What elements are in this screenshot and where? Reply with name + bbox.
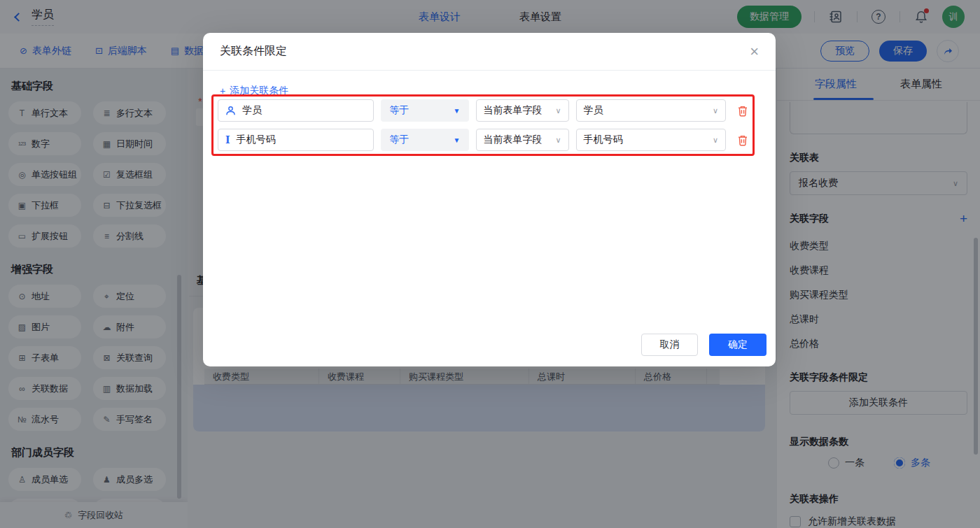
source-select[interactable]: 当前表单字段 ∨	[476, 99, 569, 122]
text-field-icon: I	[225, 134, 230, 145]
confirm-button[interactable]: 确定	[709, 334, 766, 356]
modal-header: 关联条件限定 ×	[203, 33, 776, 71]
source-select[interactable]: 当前表单字段 ∨	[476, 129, 569, 151]
modal-title: 关联条件限定	[220, 44, 287, 59]
value-select[interactable]: 手机号码 ∨	[576, 129, 726, 151]
delete-condition-icon[interactable]	[737, 134, 748, 146]
chevron-down-icon: ∨	[556, 106, 561, 115]
red-annotation-box: 学员 等于 ▼ 当前表单字段 ∨ 学员 ∨	[211, 94, 755, 156]
field-input[interactable]: I 手机号码	[218, 129, 374, 151]
modal-body: + 添加关联条件 学员 等于 ▼	[203, 71, 776, 97]
operator-select[interactable]: 等于 ▼	[381, 129, 468, 151]
value-select[interactable]: 学员 ∨	[576, 99, 726, 122]
condition-row: 学员 等于 ▼ 当前表单字段 ∨ 学员 ∨	[218, 99, 748, 122]
relation-condition-modal: 关联条件限定 × + 添加关联条件 学员 等于	[203, 33, 776, 366]
cancel-button[interactable]: 取消	[641, 334, 698, 356]
field-input[interactable]: 学员	[218, 99, 374, 122]
chevron-down-icon: ∨	[713, 106, 718, 115]
close-icon[interactable]: ×	[750, 44, 759, 59]
chevron-down-icon: ∨	[713, 136, 718, 145]
modal-footer: 取消 确定	[641, 334, 766, 356]
caret-down-icon: ▼	[454, 107, 461, 115]
delete-condition-icon[interactable]	[737, 105, 748, 117]
person-icon	[225, 106, 236, 116]
caret-down-icon: ▼	[454, 136, 461, 144]
condition-row: I 手机号码 等于 ▼ 当前表单字段 ∨ 手机号码 ∨	[218, 129, 748, 151]
operator-select[interactable]: 等于 ▼	[381, 99, 468, 122]
chevron-down-icon: ∨	[556, 136, 561, 145]
